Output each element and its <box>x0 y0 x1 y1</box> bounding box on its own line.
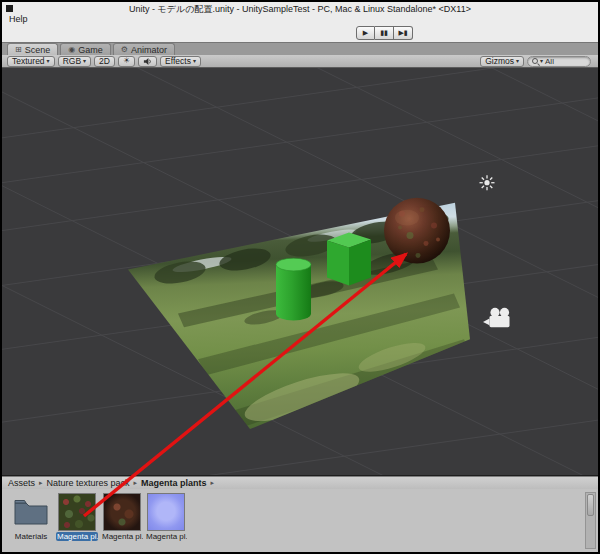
folder-icon <box>12 493 50 531</box>
project-item-materials-folder[interactable]: Materials <box>10 493 52 541</box>
tab-game-label: Game <box>78 45 103 55</box>
search-filter-label: All <box>545 57 554 66</box>
animator-tab-icon: ⚙ <box>121 46 128 54</box>
window-title: Unity - モデルの配置.unity - UnitySampleTest -… <box>2 3 598 16</box>
sun-icon: ☀ <box>123 57 130 65</box>
crumb-separator-icon: ▸ <box>134 480 138 487</box>
scene-view[interactable] <box>2 68 598 476</box>
2d-toggle-label: 2D <box>99 56 110 66</box>
crumb-separator-icon: ▸ <box>211 480 215 487</box>
scene-search-input[interactable]: ▾ All <box>527 56 591 67</box>
gizmos-dropdown[interactable]: Gizmos ▾ <box>480 56 524 67</box>
chevron-down-icon: ▾ <box>47 58 50 64</box>
breadcrumb-assets[interactable]: Assets <box>8 478 35 488</box>
step-icon: ▶▮ <box>398 30 407 37</box>
play-button[interactable]: ▶ <box>356 26 375 40</box>
scrollbar-thumb[interactable] <box>587 494 594 516</box>
tab-animator[interactable]: ⚙ Animator <box>113 43 175 55</box>
scene-toolbar: Textured ▾ RGB ▾ 2D ☀ Effects ▾ Gizmos ▾ <box>2 55 598 68</box>
chevron-down-icon: ▾ <box>540 58 543 64</box>
project-item-label: Magenta pl... <box>56 532 98 541</box>
project-item-magenta-plants-normal-map[interactable]: Magenta pl... <box>145 493 187 541</box>
transport-bar: ▶ ▮▮ ▶▮ <box>2 25 598 42</box>
project-item-label: Materials <box>10 532 52 541</box>
audio-toggle[interactable] <box>138 56 157 67</box>
step-button[interactable]: ▶▮ <box>394 26 413 40</box>
view-tabbar: ⊞ Scene ◉ Game ⚙ Animator <box>2 42 598 55</box>
breadcrumb: Assets ▸ Nature textures pack ▸ Magenta … <box>2 476 598 489</box>
lighting-toggle[interactable]: ☀ <box>118 56 135 67</box>
crumb-separator-icon: ▸ <box>39 480 43 487</box>
gizmos-label: Gizmos <box>485 56 514 66</box>
cube-object[interactable] <box>327 233 371 286</box>
shading-mode-label: Textured <box>12 56 45 66</box>
unity-editor-window: Unity - モデルの配置.unity - UnitySampleTest -… <box>0 0 600 554</box>
titlebar[interactable]: Unity - モデルの配置.unity - UnitySampleTest -… <box>2 2 598 14</box>
directional-light-gizmo-icon[interactable] <box>480 175 495 190</box>
project-scrollbar[interactable] <box>585 492 596 549</box>
game-tab-icon: ◉ <box>68 46 75 54</box>
tab-game[interactable]: ◉ Game <box>60 43 111 55</box>
transport-buttons: ▶ ▮▮ ▶▮ <box>356 26 413 40</box>
scene-tab-icon: ⊞ <box>15 46 22 54</box>
project-item-magenta-plants-texture[interactable]: Magenta pl... <box>56 493 98 541</box>
shading-mode-dropdown[interactable]: Textured ▾ <box>7 56 55 67</box>
pause-button[interactable]: ▮▮ <box>375 26 394 40</box>
project-item-label: Magenta pl... <box>101 532 143 541</box>
project-item-magenta-plants-texture-2[interactable]: Magenta pl... <box>101 493 143 541</box>
breadcrumb-magenta-plants[interactable]: Magenta plants <box>141 478 207 488</box>
color-mode-dropdown[interactable]: RGB ▾ <box>58 56 91 67</box>
tab-scene-label: Scene <box>25 45 51 55</box>
chevron-down-icon: ▾ <box>83 58 86 64</box>
chevron-down-icon: ▾ <box>516 58 519 64</box>
tab-scene[interactable]: ⊞ Scene <box>7 43 58 55</box>
texture-thumbnail-dark <box>103 493 141 531</box>
project-panel: Materials Magenta pl... Magenta pl... Ma… <box>2 489 598 552</box>
cylinder-object[interactable] <box>276 258 311 320</box>
search-icon <box>532 58 538 64</box>
texture-thumbnail-normal-map <box>147 493 185 531</box>
effects-label: Effects <box>165 56 191 66</box>
chevron-down-icon: ▾ <box>193 58 196 64</box>
camera-gizmo-icon[interactable] <box>483 308 510 328</box>
color-mode-label: RGB <box>63 56 81 66</box>
play-icon: ▶ <box>363 30 368 37</box>
tab-animator-label: Animator <box>131 45 167 55</box>
breadcrumb-nature-textures-pack[interactable]: Nature textures pack <box>47 478 130 488</box>
effects-dropdown[interactable]: Effects ▾ <box>160 56 201 67</box>
texture-thumbnail-plants <box>58 493 96 531</box>
project-item-label: Magenta pl... <box>145 532 187 541</box>
pause-icon: ▮▮ <box>380 30 388 37</box>
2d-toggle[interactable]: 2D <box>94 56 115 67</box>
audio-icon <box>143 57 152 66</box>
sphere-object[interactable] <box>384 198 450 264</box>
